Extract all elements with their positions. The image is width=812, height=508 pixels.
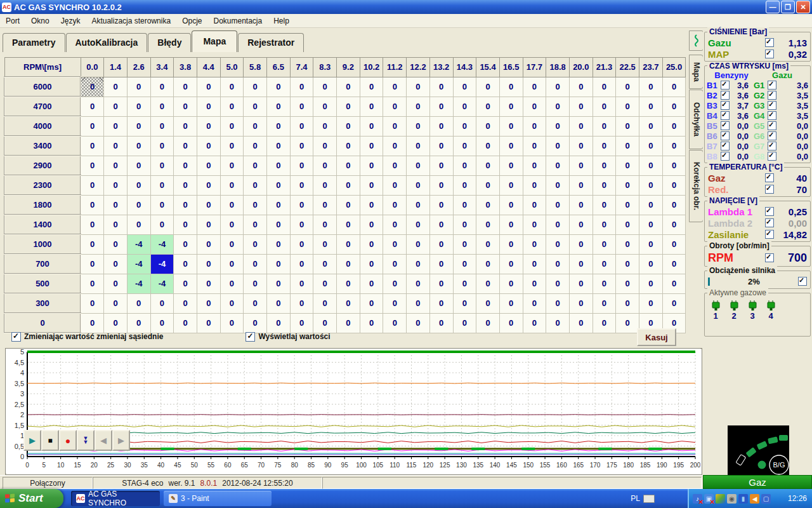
map-cell[interactable]: 0 <box>662 293 686 313</box>
map-cell[interactable]: 0 <box>360 254 383 274</box>
map-cell[interactable]: 0 <box>569 215 593 234</box>
show-values-checkbox[interactable] <box>246 332 255 342</box>
menu-item-port[interactable]: Port <box>0 15 25 27</box>
map-cell[interactable]: 0 <box>337 97 360 116</box>
map-cell[interactable]: 0 <box>337 136 360 156</box>
fuel-gauge[interactable]: B/G <box>728 425 789 475</box>
map-cell[interactable]: 0 <box>383 254 407 274</box>
channel-checkbox[interactable] <box>765 185 774 194</box>
map-cell[interactable]: 0 <box>81 175 104 195</box>
map-cell[interactable]: 0 <box>150 156 174 175</box>
record-button[interactable]: ● <box>59 430 77 451</box>
map-cell[interactable]: 0 <box>197 254 220 274</box>
column-header-16.5[interactable]: 16.5 <box>499 58 523 77</box>
map-cell[interactable]: 0 <box>453 195 476 215</box>
map-cell[interactable]: 0 <box>220 234 244 254</box>
gas-injector-checkbox[interactable] <box>768 101 776 110</box>
map-cell[interactable]: 0 <box>174 293 197 313</box>
map-cell[interactable]: 0 <box>662 215 686 234</box>
map-cell[interactable]: 0 <box>407 97 430 116</box>
signal-button[interactable] <box>689 30 704 51</box>
map-cell[interactable]: 0 <box>104 136 128 156</box>
menu-item-aktualizacja-sterownika[interactable]: Aktualizacja sterownika <box>86 15 176 27</box>
map-cell[interactable]: 0 <box>290 234 313 254</box>
map-cell[interactable]: 0 <box>244 175 267 195</box>
map-cell[interactable]: -4 <box>127 254 150 274</box>
map-cell[interactable]: 0 <box>197 97 220 116</box>
map-cell[interactable]: 0 <box>523 156 546 175</box>
row-header-300[interactable]: 300 <box>4 293 81 313</box>
map-cell[interactable]: 0 <box>407 254 430 274</box>
map-cell[interactable]: 0 <box>220 116 244 136</box>
map-cell[interactable]: 0 <box>662 254 686 274</box>
map-cell[interactable]: 0 <box>127 293 150 313</box>
map-cell[interactable]: 0 <box>174 215 197 234</box>
map-cell[interactable]: 0 <box>499 234 523 254</box>
map-cell[interactable]: -4 <box>127 274 150 293</box>
map-cell[interactable]: 0 <box>81 156 104 175</box>
map-cell[interactable]: 0 <box>220 215 244 234</box>
map-cell[interactable]: 0 <box>546 156 570 175</box>
map-cell[interactable]: 0 <box>662 234 686 254</box>
map-cell[interactable]: 0 <box>407 195 430 215</box>
map-cell[interactable]: 0 <box>453 215 476 234</box>
map-cell[interactable]: 0 <box>337 156 360 175</box>
map-cell[interactable]: 0 <box>104 215 128 234</box>
map-cell[interactable]: 0 <box>150 293 174 313</box>
map-cell[interactable]: 0 <box>476 293 500 313</box>
map-cell[interactable]: 0 <box>616 156 639 175</box>
clear-button[interactable]: Kasuj <box>637 328 676 346</box>
map-cell[interactable]: 0 <box>267 97 291 116</box>
map-cell[interactable]: 0 <box>662 274 686 293</box>
map-cell[interactable]: 0 <box>523 116 546 136</box>
map-cell[interactable]: 0 <box>616 136 639 156</box>
map-cell[interactable]: 0 <box>546 195 570 215</box>
channel-checkbox[interactable] <box>765 230 774 239</box>
map-cell[interactable]: 0 <box>499 77 523 97</box>
map-cell[interactable]: 0 <box>360 175 383 195</box>
map-cell[interactable]: 0 <box>476 97 500 116</box>
map-cell[interactable]: 0 <box>360 215 383 234</box>
map-cell[interactable]: 0 <box>290 274 313 293</box>
map-cell[interactable]: 0 <box>360 274 383 293</box>
map-cell[interactable]: 0 <box>127 195 150 215</box>
map-cell[interactable]: 0 <box>593 77 616 97</box>
map-cell[interactable]: 0 <box>220 77 244 97</box>
map-cell[interactable]: 0 <box>267 274 291 293</box>
map-cell[interactable]: 0 <box>453 136 476 156</box>
row-header-1000[interactable]: 1000 <box>4 234 81 254</box>
map-cell[interactable]: 0 <box>593 274 616 293</box>
map-cell[interactable]: 0 <box>174 254 197 274</box>
map-cell[interactable]: 0 <box>407 215 430 234</box>
column-header-17.7[interactable]: 17.7 <box>523 58 546 77</box>
map-cell[interactable]: 0 <box>639 293 663 313</box>
map-cell[interactable]: 0 <box>639 254 663 274</box>
petrol-injector-checkbox[interactable] <box>721 152 730 161</box>
map-cell[interactable]: 0 <box>81 116 104 136</box>
map-cell[interactable]: 0 <box>313 234 337 254</box>
row-header-6000[interactable]: 6000 <box>4 77 81 97</box>
map-cell[interactable]: 0 <box>476 215 500 234</box>
map-cell[interactable]: 0 <box>429 234 453 254</box>
map-cell[interactable]: -4 <box>150 274 174 293</box>
map-cell[interactable]: 0 <box>523 136 546 156</box>
map-cell[interactable]: 0 <box>429 156 453 175</box>
map-cell[interactable]: 0 <box>429 136 453 156</box>
channel-checkbox[interactable] <box>765 38 774 47</box>
map-cell[interactable]: 0 <box>429 175 453 195</box>
row-header-1800[interactable]: 1800 <box>4 195 81 215</box>
map-cell[interactable]: 0 <box>662 175 686 195</box>
map-cell[interactable]: 0 <box>453 97 476 116</box>
map-cell[interactable]: 0 <box>429 97 453 116</box>
map-cell[interactable]: 0 <box>593 254 616 274</box>
map-cell[interactable]: 0 <box>197 274 220 293</box>
map-cell[interactable]: 0 <box>104 274 128 293</box>
map-cell[interactable]: 0 <box>360 77 383 97</box>
map-cell[interactable]: 0 <box>290 293 313 313</box>
map-cell[interactable]: 0 <box>360 234 383 254</box>
map-cell[interactable]: 0 <box>337 254 360 274</box>
security-icon[interactable] <box>716 494 725 504</box>
map-cell[interactable]: 0 <box>197 293 220 313</box>
map-cell[interactable]: 0 <box>523 77 546 97</box>
map-cell[interactable]: 0 <box>499 195 523 215</box>
